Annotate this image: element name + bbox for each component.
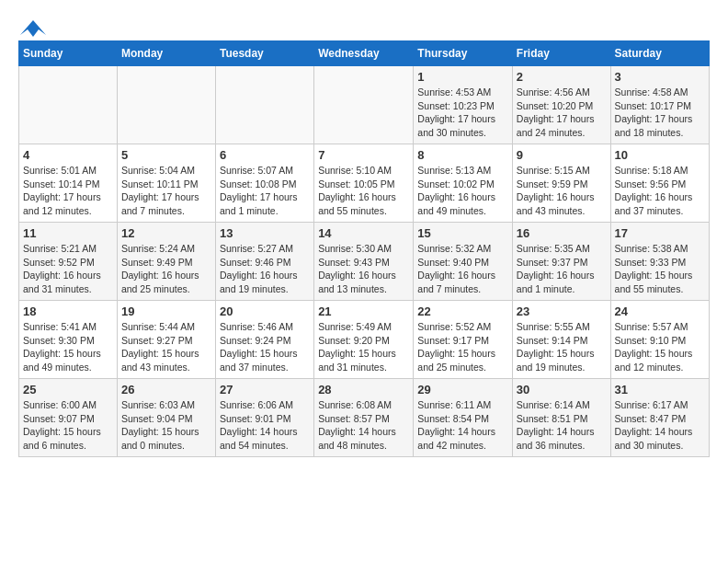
calendar-cell: 2Sunrise: 4:56 AM Sunset: 10:20 PM Dayli… <box>512 66 610 144</box>
cell-info: Sunrise: 4:53 AM Sunset: 10:23 PM Daylig… <box>417 86 508 140</box>
page-header <box>18 18 710 31</box>
calendar-week-3: 11Sunrise: 5:21 AM Sunset: 9:52 PM Dayli… <box>19 223 710 301</box>
calendar-cell: 15Sunrise: 5:32 AM Sunset: 9:40 PM Dayli… <box>414 223 513 301</box>
weekday-header-wednesday: Wednesday <box>314 41 414 66</box>
calendar-body: 1Sunrise: 4:53 AM Sunset: 10:23 PM Dayli… <box>19 66 710 457</box>
calendar-cell: 18Sunrise: 5:41 AM Sunset: 9:30 PM Dayli… <box>19 301 118 379</box>
weekday-header-row: SundayMondayTuesdayWednesdayThursdayFrid… <box>19 41 710 66</box>
cell-info: Sunrise: 5:55 AM Sunset: 9:14 PM Dayligh… <box>517 320 607 374</box>
cell-info: Sunrise: 6:06 AM Sunset: 9:01 PM Dayligh… <box>220 398 310 453</box>
calendar-cell: 16Sunrise: 5:35 AM Sunset: 9:37 PM Dayli… <box>512 223 610 301</box>
cell-info: Sunrise: 4:56 AM Sunset: 10:20 PM Daylig… <box>517 86 607 140</box>
calendar-cell: 14Sunrise: 5:30 AM Sunset: 9:43 PM Dayli… <box>314 223 414 301</box>
cell-info: Sunrise: 5:41 AM Sunset: 9:30 PM Dayligh… <box>23 320 113 374</box>
cell-info: Sunrise: 5:21 AM Sunset: 9:52 PM Dayligh… <box>23 242 113 296</box>
cell-day-number: 25 <box>23 383 113 396</box>
cell-day-number: 20 <box>220 304 310 318</box>
cell-day-number: 14 <box>318 226 409 240</box>
cell-day-number: 30 <box>517 383 607 396</box>
weekday-header-monday: Monday <box>117 41 215 66</box>
calendar-cell: 4Sunrise: 5:01 AM Sunset: 10:14 PM Dayli… <box>19 144 118 223</box>
calendar-cell <box>19 66 118 144</box>
calendar-cell: 3Sunrise: 4:58 AM Sunset: 10:17 PM Dayli… <box>610 66 709 144</box>
cell-info: Sunrise: 6:00 AM Sunset: 9:07 PM Dayligh… <box>23 398 113 453</box>
cell-day-number: 31 <box>615 383 705 396</box>
cell-info: Sunrise: 5:35 AM Sunset: 9:37 PM Dayligh… <box>517 242 607 296</box>
calendar-cell: 7Sunrise: 5:10 AM Sunset: 10:05 PM Dayli… <box>314 144 414 223</box>
cell-day-number: 12 <box>121 226 211 240</box>
cell-day-number: 18 <box>23 304 113 318</box>
cell-info: Sunrise: 5:24 AM Sunset: 9:49 PM Dayligh… <box>121 242 211 296</box>
calendar-week-4: 18Sunrise: 5:41 AM Sunset: 9:30 PM Dayli… <box>19 301 710 379</box>
calendar-cell: 28Sunrise: 6:08 AM Sunset: 8:57 PM Dayli… <box>314 379 414 457</box>
calendar-cell: 9Sunrise: 5:15 AM Sunset: 9:59 PM Daylig… <box>512 144 610 223</box>
cell-day-number: 23 <box>517 304 607 318</box>
cell-info: Sunrise: 5:07 AM Sunset: 10:08 PM Daylig… <box>220 164 310 218</box>
calendar-cell: 6Sunrise: 5:07 AM Sunset: 10:08 PM Dayli… <box>215 144 313 223</box>
cell-day-number: 11 <box>23 226 113 240</box>
cell-day-number: 10 <box>615 148 705 162</box>
cell-day-number: 21 <box>318 304 409 318</box>
calendar-cell: 21Sunrise: 5:49 AM Sunset: 9:20 PM Dayli… <box>314 301 414 379</box>
cell-day-number: 9 <box>517 148 607 162</box>
cell-day-number: 5 <box>121 148 211 162</box>
logo-bird-icon <box>20 18 46 39</box>
svg-marker-0 <box>20 20 46 37</box>
calendar-cell: 27Sunrise: 6:06 AM Sunset: 9:01 PM Dayli… <box>215 379 313 457</box>
calendar-cell <box>215 66 313 144</box>
cell-day-number: 4 <box>23 148 113 162</box>
cell-info: Sunrise: 5:13 AM Sunset: 10:02 PM Daylig… <box>417 164 508 218</box>
calendar-cell: 8Sunrise: 5:13 AM Sunset: 10:02 PM Dayli… <box>414 144 513 223</box>
cell-day-number: 16 <box>517 226 607 240</box>
calendar-cell: 30Sunrise: 6:14 AM Sunset: 8:51 PM Dayli… <box>512 379 610 457</box>
cell-info: Sunrise: 6:17 AM Sunset: 8:47 PM Dayligh… <box>615 398 705 453</box>
cell-info: Sunrise: 5:52 AM Sunset: 9:17 PM Dayligh… <box>417 320 508 374</box>
cell-info: Sunrise: 5:30 AM Sunset: 9:43 PM Dayligh… <box>318 242 409 296</box>
calendar-cell: 13Sunrise: 5:27 AM Sunset: 9:46 PM Dayli… <box>215 223 313 301</box>
cell-day-number: 8 <box>417 148 508 162</box>
cell-info: Sunrise: 4:58 AM Sunset: 10:17 PM Daylig… <box>615 86 705 140</box>
weekday-header-tuesday: Tuesday <box>215 41 313 66</box>
calendar-cell: 25Sunrise: 6:00 AM Sunset: 9:07 PM Dayli… <box>19 379 118 457</box>
cell-info: Sunrise: 5:10 AM Sunset: 10:05 PM Daylig… <box>318 164 409 218</box>
weekday-header-sunday: Sunday <box>19 41 118 66</box>
calendar-week-2: 4Sunrise: 5:01 AM Sunset: 10:14 PM Dayli… <box>19 144 710 223</box>
logo <box>18 18 46 31</box>
cell-info: Sunrise: 6:11 AM Sunset: 8:54 PM Dayligh… <box>417 398 508 453</box>
calendar-cell: 23Sunrise: 5:55 AM Sunset: 9:14 PM Dayli… <box>512 301 610 379</box>
calendar-cell: 26Sunrise: 6:03 AM Sunset: 9:04 PM Dayli… <box>117 379 215 457</box>
cell-info: Sunrise: 5:49 AM Sunset: 9:20 PM Dayligh… <box>318 320 409 374</box>
calendar-cell: 29Sunrise: 6:11 AM Sunset: 8:54 PM Dayli… <box>414 379 513 457</box>
cell-day-number: 28 <box>318 383 409 396</box>
cell-info: Sunrise: 6:08 AM Sunset: 8:57 PM Dayligh… <box>318 398 409 453</box>
calendar-cell: 17Sunrise: 5:38 AM Sunset: 9:33 PM Dayli… <box>610 223 709 301</box>
calendar-cell: 5Sunrise: 5:04 AM Sunset: 10:11 PM Dayli… <box>117 144 215 223</box>
weekday-header-friday: Friday <box>512 41 610 66</box>
cell-day-number: 24 <box>615 304 705 318</box>
calendar-cell: 11Sunrise: 5:21 AM Sunset: 9:52 PM Dayli… <box>19 223 118 301</box>
cell-day-number: 15 <box>417 226 508 240</box>
cell-info: Sunrise: 5:32 AM Sunset: 9:40 PM Dayligh… <box>417 242 508 296</box>
cell-info: Sunrise: 6:03 AM Sunset: 9:04 PM Dayligh… <box>121 398 211 453</box>
cell-day-number: 3 <box>615 70 705 84</box>
cell-day-number: 17 <box>615 226 705 240</box>
cell-day-number: 27 <box>220 383 310 396</box>
cell-day-number: 6 <box>220 148 310 162</box>
cell-day-number: 29 <box>417 383 508 396</box>
cell-info: Sunrise: 5:18 AM Sunset: 9:56 PM Dayligh… <box>615 164 705 218</box>
calendar-cell: 22Sunrise: 5:52 AM Sunset: 9:17 PM Dayli… <box>414 301 513 379</box>
calendar-cell: 24Sunrise: 5:57 AM Sunset: 9:10 PM Dayli… <box>610 301 709 379</box>
cell-info: Sunrise: 5:38 AM Sunset: 9:33 PM Dayligh… <box>615 242 705 296</box>
cell-info: Sunrise: 5:44 AM Sunset: 9:27 PM Dayligh… <box>121 320 211 374</box>
cell-day-number: 13 <box>220 226 310 240</box>
calendar-cell: 31Sunrise: 6:17 AM Sunset: 8:47 PM Dayli… <box>610 379 709 457</box>
calendar-cell: 20Sunrise: 5:46 AM Sunset: 9:24 PM Dayli… <box>215 301 313 379</box>
weekday-header-saturday: Saturday <box>610 41 709 66</box>
cell-day-number: 2 <box>517 70 607 84</box>
calendar-cell <box>117 66 215 144</box>
cell-info: Sunrise: 5:15 AM Sunset: 9:59 PM Dayligh… <box>517 164 607 218</box>
cell-day-number: 19 <box>121 304 211 318</box>
cell-day-number: 22 <box>417 304 508 318</box>
calendar-week-5: 25Sunrise: 6:00 AM Sunset: 9:07 PM Dayli… <box>19 379 710 457</box>
calendar-cell <box>314 66 414 144</box>
